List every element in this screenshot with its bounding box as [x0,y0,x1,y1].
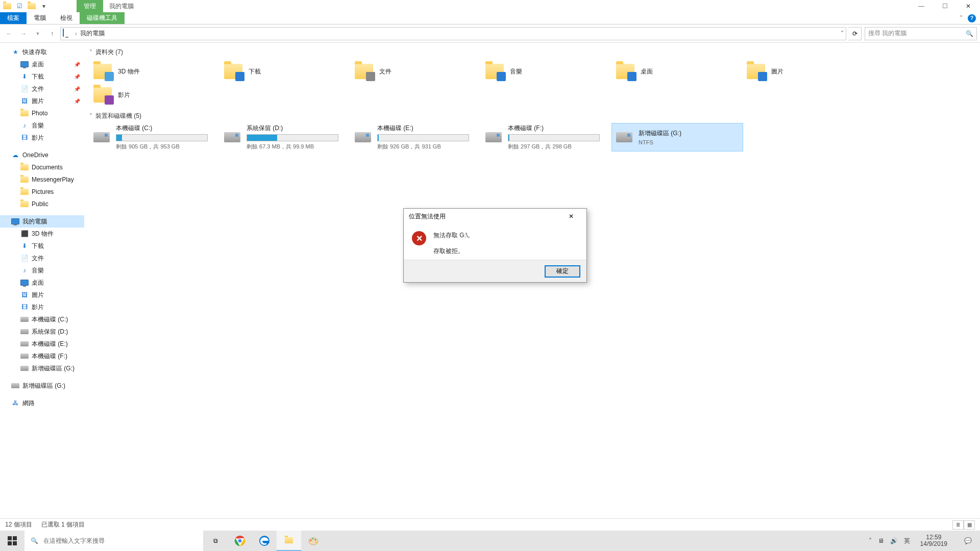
tree-item[interactable]: 新增磁碟區 (G:) [0,362,84,374]
pin-icon: 📌 [74,86,80,92]
folder-item[interactable]: 桌面 [612,60,743,83]
task-view-button[interactable]: ⧉ [203,531,228,551]
tree-item[interactable]: 🎞影片 [0,301,84,313]
folder-icon [92,61,113,82]
svg-rect-3 [13,541,17,545]
tree-item[interactable]: 系統保留 (D:) [0,325,84,338]
tree-item[interactable]: ⬇下載 [0,240,84,252]
tree-item[interactable]: Public [0,198,84,210]
refresh-button[interactable]: ⟳ [848,27,862,40]
dialog-close-button[interactable]: ✕ [561,209,581,223]
folder-item[interactable]: 音樂 [481,60,612,83]
dialog-ok-button[interactable]: 確定 [545,265,580,278]
tree-item[interactable]: 本機磁碟 (F:) [0,350,84,362]
group-header-drives[interactable]: ˅裝置和磁碟機 (5) [89,112,975,120]
dialog-message-1: 無法存取 G:\。 [433,231,474,240]
tree-item[interactable]: 本機磁碟 (E:) [0,338,84,350]
drive-item[interactable]: 本機磁碟 (C:)剩餘 905 GB，共 953 GB [89,123,220,151]
tray-volume-icon[interactable]: 🔊 [890,537,898,544]
taskbar-app-explorer[interactable] [277,531,301,551]
drive-icon [92,128,111,146]
tree-item[interactable]: 📄文件 [0,252,84,264]
star-icon: ★ [11,48,19,56]
search-box[interactable]: 搜尋 我的電腦 🔍 [865,27,977,40]
tree-item[interactable]: ♪音樂 [0,119,84,132]
tray-network-icon[interactable]: 🖥 [878,537,884,544]
drive-item[interactable]: 本機磁碟 (E:)剩餘 926 GB，共 931 GB [351,123,481,151]
tree-item[interactable]: MessengerPlay [0,173,84,186]
drive-item[interactable]: 系統保留 (D:)剩餘 67.3 MB，共 99.9 MB [220,123,351,151]
tree-item[interactable]: Photo [0,107,84,119]
tray-clock[interactable]: 12:59 14/9/2019 [916,534,951,547]
item-icon [20,60,29,68]
ribbon-collapse-icon[interactable]: ˅ [960,15,963,22]
group-header-folders[interactable]: ˅資料夾 (7) [89,48,975,57]
tree-item[interactable]: 桌面 [0,277,84,289]
folder-icon [92,85,113,105]
tree-network[interactable]: 🖧網路 [0,397,84,409]
nav-back-button[interactable]: ← [3,28,15,40]
ribbon-tab-view[interactable]: 檢視 [53,12,80,24]
taskbar-app-edge[interactable] [252,531,277,551]
address-bar[interactable]: › 我的電腦 ˅ [60,27,846,40]
svg-point-10 [312,538,314,540]
tree-item[interactable]: 🖼圖片 [0,289,84,301]
new-folder-icon[interactable] [28,2,36,10]
tree-item[interactable]: Documents [0,161,84,173]
ribbon-tab-drive-tools[interactable]: 磁碟機工具 [80,12,125,24]
ribbon-tab-computer[interactable]: 電腦 [27,12,53,24]
folder-item[interactable]: 文件 [351,60,481,83]
taskbar-search[interactable]: 🔍 在這裡輸入文字來搜尋 [24,531,203,551]
tree-item[interactable]: 📄文件📌 [0,83,84,95]
nav-up-button[interactable]: ↑ [46,28,58,40]
cloud-icon: ☁ [11,151,19,159]
properties-icon[interactable]: ☑ [15,2,23,10]
qat-dropdown-icon[interactable]: ▾ [40,2,48,10]
taskbar-app-chrome[interactable] [228,531,252,551]
tree-item[interactable]: 🎞影片 [0,132,84,144]
drive-item[interactable]: 本機磁碟 (F:)剩餘 297 GB，共 298 GB [481,123,612,151]
drive-item[interactable]: 新增磁碟區 (G:)NTFS [612,123,743,151]
edge-icon [259,535,270,546]
tray-overflow-icon[interactable]: ˄ [869,537,872,544]
context-tab-manage[interactable]: 管理 [77,0,103,12]
tree-item[interactable]: 🖼圖片📌 [0,95,84,107]
svg-point-6 [238,539,242,543]
help-icon[interactable]: ? [968,14,976,22]
tree-item[interactable]: Pictures [0,186,84,198]
folder-item[interactable]: 下載 [220,60,351,83]
folder-item[interactable]: 圖片 [743,60,873,83]
tree-onedrive[interactable]: ☁OneDrive [0,149,84,161]
tray-ime[interactable]: 英 [904,537,910,545]
nav-recent-dropdown[interactable]: ▼ [32,28,44,40]
view-large-button[interactable]: ▦ [964,520,975,530]
chrome-icon [234,535,246,546]
svg-rect-2 [8,541,12,545]
maximize-button[interactable]: ☐ [933,0,957,12]
nav-tree[interactable]: ★快速存取 桌面📌⬇下載📌📄文件📌🖼圖片📌Photo♪音樂🎞影片 ☁OneDri… [0,43,84,518]
view-details-button[interactable]: ≣ [952,520,964,530]
tree-item[interactable]: ♪音樂 [0,264,84,277]
tree-thispc[interactable]: 我的電腦 [0,215,84,228]
search-placeholder: 搜尋 我的電腦 [868,29,906,38]
action-center-button[interactable]: 💬 [958,531,978,551]
folder-icon [354,61,374,82]
tree-item[interactable]: 桌面📌 [0,58,84,70]
tree-item[interactable]: ⬇下載📌 [0,70,84,83]
breadcrumb[interactable]: 我的電腦 [80,29,105,38]
tree-drive-extra[interactable]: 新增磁碟區 (G:) [0,380,84,392]
svg-point-9 [310,540,312,541]
tree-quick-access[interactable]: ★快速存取 [0,46,84,58]
close-button[interactable]: ✕ [957,0,980,12]
taskbar-app-paint[interactable] [301,531,326,551]
minimize-button[interactable]: — [910,0,933,12]
address-dropdown-icon[interactable]: ˅ [841,30,844,37]
tree-item[interactable]: 本機磁碟 (C:) [0,313,84,325]
tree-item[interactable]: ⬛3D 物件 [0,228,84,240]
start-button[interactable] [0,531,24,551]
ribbon-tab-file[interactable]: 檔案 [0,12,27,24]
item-icon [20,109,29,117]
folder-icon [20,188,29,196]
folder-item[interactable]: 影片 [89,83,220,107]
folder-item[interactable]: 3D 物件 [89,60,220,83]
